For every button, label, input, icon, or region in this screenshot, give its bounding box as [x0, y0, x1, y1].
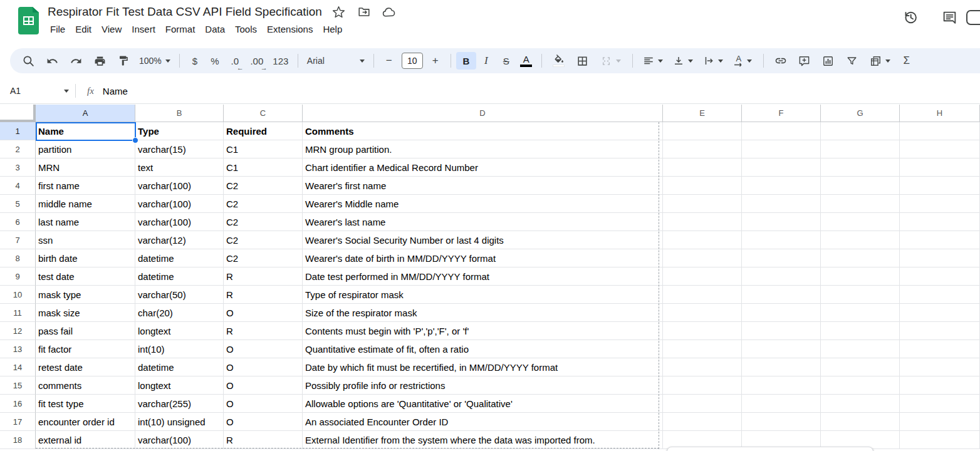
- horizontal-scrollbar[interactable]: [667, 447, 873, 451]
- cell-D7[interactable]: Wearer's Social Security Number or last …: [303, 231, 663, 249]
- column-header-E[interactable]: E: [663, 105, 742, 122]
- cell-B16[interactable]: varchar(255): [135, 395, 224, 413]
- row-header-16[interactable]: 16: [0, 395, 36, 413]
- cell-H18[interactable]: [900, 431, 980, 449]
- cell-H13[interactable]: [900, 340, 980, 358]
- filter-icon[interactable]: [840, 52, 864, 70]
- menu-view[interactable]: View: [96, 22, 127, 36]
- move-to-folder-icon[interactable]: [356, 4, 372, 20]
- format-percent-button[interactable]: %: [205, 52, 225, 70]
- cell-E9[interactable]: [663, 267, 742, 286]
- cell-G9[interactable]: [821, 267, 900, 286]
- cell-G13[interactable]: [821, 340, 900, 358]
- cell-B17[interactable]: int(10) unsigned: [135, 413, 224, 431]
- cell-G11[interactable]: [821, 304, 900, 322]
- cell-F6[interactable]: [742, 213, 821, 231]
- cell-C14[interactable]: O: [224, 358, 303, 376]
- row-header-10[interactable]: 10: [0, 286, 36, 304]
- cell-F14[interactable]: [742, 358, 821, 376]
- row-header-13[interactable]: 13: [0, 340, 36, 358]
- version-history-icon[interactable]: [902, 9, 919, 26]
- row-header-4[interactable]: 4: [0, 177, 36, 195]
- cell-C5[interactable]: C2: [224, 195, 303, 213]
- table-views-icon[interactable]: [864, 52, 897, 70]
- menu-edit[interactable]: Edit: [70, 22, 96, 36]
- cell-D16[interactable]: Allowable options are 'Quantitative' or …: [303, 395, 663, 413]
- link-icon[interactable]: [769, 52, 793, 70]
- font-size-input[interactable]: 10: [402, 53, 423, 69]
- cell-B14[interactable]: datetime: [135, 358, 224, 376]
- redo-icon[interactable]: [64, 52, 88, 70]
- formula-input[interactable]: Name: [103, 86, 128, 96]
- insert-chart-icon[interactable]: [816, 52, 840, 70]
- cell-D5[interactable]: Wearer's Middle name: [303, 195, 663, 213]
- cell-B2[interactable]: varchar(15): [135, 140, 224, 158]
- strikethrough-button[interactable]: S: [496, 52, 516, 70]
- row-header-1[interactable]: 1: [0, 122, 36, 140]
- cell-F3[interactable]: [742, 158, 821, 177]
- vertical-align-icon[interactable]: [668, 52, 698, 70]
- cell-H16[interactable]: [900, 395, 980, 413]
- cell-A1[interactable]: Name: [36, 122, 135, 140]
- cell-H4[interactable]: [900, 177, 980, 195]
- cell-A6[interactable]: last name: [36, 213, 135, 231]
- cell-C12[interactable]: R: [224, 322, 303, 340]
- cell-A16[interactable]: fit test type: [36, 395, 135, 413]
- cell-F5[interactable]: [742, 195, 821, 213]
- cell-H1[interactable]: [900, 122, 980, 140]
- cell-G8[interactable]: [821, 249, 900, 267]
- menu-file[interactable]: File: [45, 22, 70, 36]
- cell-E15[interactable]: [663, 376, 742, 395]
- search-icon[interactable]: [16, 52, 40, 70]
- menu-data[interactable]: Data: [200, 22, 230, 36]
- print-icon[interactable]: [88, 52, 112, 70]
- more-formats-button[interactable]: 123: [269, 52, 293, 70]
- row-header-8[interactable]: 8: [0, 249, 36, 267]
- decrease-font-size-button[interactable]: −: [379, 52, 399, 70]
- merge-cells-icon[interactable]: [595, 52, 627, 70]
- row-header-11[interactable]: 11: [0, 304, 36, 322]
- cell-E2[interactable]: [663, 140, 742, 158]
- cell-B7[interactable]: varchar(12): [135, 231, 224, 249]
- name-box[interactable]: A1: [0, 86, 60, 96]
- row-header-9[interactable]: 9: [0, 267, 36, 286]
- cell-G17[interactable]: [821, 413, 900, 431]
- cell-C2[interactable]: C1: [224, 140, 303, 158]
- cell-B10[interactable]: varchar(50): [135, 286, 224, 304]
- cell-E1[interactable]: [663, 122, 742, 140]
- cell-A11[interactable]: mask size: [36, 304, 135, 322]
- cell-F11[interactable]: [742, 304, 821, 322]
- cell-A10[interactable]: mask type: [36, 286, 135, 304]
- cell-D1[interactable]: Comments: [303, 122, 663, 140]
- row-header-7[interactable]: 7: [0, 231, 36, 249]
- cell-C1[interactable]: Required: [224, 122, 303, 140]
- italic-button[interactable]: I: [476, 52, 496, 70]
- cell-C3[interactable]: C1: [224, 158, 303, 177]
- cell-H14[interactable]: [900, 358, 980, 376]
- menu-format[interactable]: Format: [160, 22, 201, 36]
- column-header-H[interactable]: H: [900, 105, 980, 122]
- cell-G3[interactable]: [821, 158, 900, 177]
- cell-A14[interactable]: retest date: [36, 358, 135, 376]
- undo-icon[interactable]: [40, 52, 64, 70]
- cell-H11[interactable]: [900, 304, 980, 322]
- increase-decimal-button[interactable]: .00 →: [245, 52, 269, 70]
- column-header-F[interactable]: F: [742, 105, 821, 122]
- menu-extensions[interactable]: Extensions: [262, 22, 318, 36]
- bold-button[interactable]: B: [456, 52, 476, 70]
- cell-E16[interactable]: [663, 395, 742, 413]
- cell-A8[interactable]: birth date: [36, 249, 135, 267]
- cell-E3[interactable]: [663, 158, 742, 177]
- cell-H15[interactable]: [900, 376, 980, 395]
- cell-G4[interactable]: [821, 177, 900, 195]
- cell-H9[interactable]: [900, 267, 980, 286]
- cell-G16[interactable]: [821, 395, 900, 413]
- cell-E17[interactable]: [663, 413, 742, 431]
- cell-H17[interactable]: [900, 413, 980, 431]
- cell-D15[interactable]: Possibly profile info or restrictions: [303, 376, 663, 395]
- cell-C17[interactable]: O: [224, 413, 303, 431]
- format-currency-button[interactable]: $: [185, 52, 205, 70]
- cell-F13[interactable]: [742, 340, 821, 358]
- fill-color-icon[interactable]: [547, 52, 571, 70]
- cell-H10[interactable]: [900, 286, 980, 304]
